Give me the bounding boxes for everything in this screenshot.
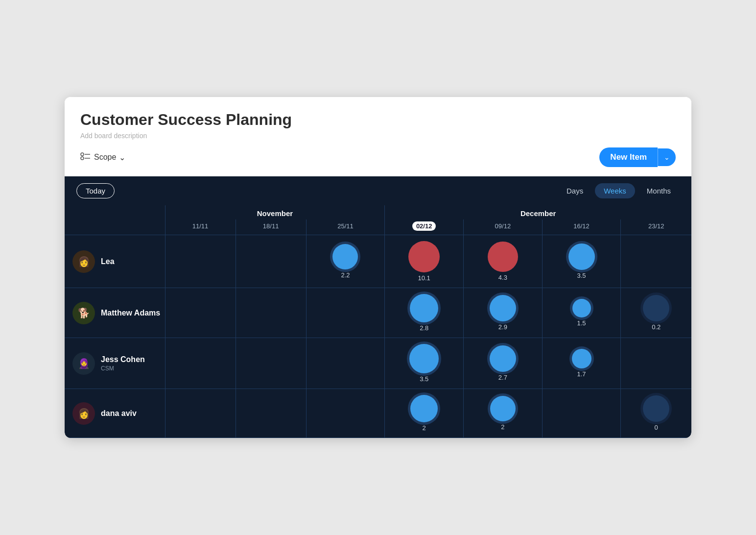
avatar-emoji: 👩 bbox=[78, 256, 90, 268]
date-0912: 09/12 bbox=[464, 219, 543, 235]
bubble-cell bbox=[236, 235, 306, 288]
bubble-wrap: 2.7 bbox=[468, 345, 538, 381]
date-1612: 16/12 bbox=[542, 219, 621, 235]
bubble-cell: 0 bbox=[621, 389, 691, 438]
person-name: Jess Cohen bbox=[101, 355, 145, 364]
bubble-label: 2.2 bbox=[341, 271, 350, 279]
person-cell: 🐕 Matthew Adams bbox=[65, 288, 165, 338]
bubble-wrap: 2 bbox=[389, 395, 459, 432]
december-header: December bbox=[385, 205, 691, 219]
view-toggles: Days Weeks Months bbox=[558, 183, 680, 198]
bubble-cell bbox=[306, 389, 385, 438]
bubble-cell: 2.7 bbox=[464, 338, 543, 389]
timeline-container: Today Days Weeks Months Nove bbox=[65, 176, 691, 438]
bubble-wrap: 2.8 bbox=[389, 294, 459, 332]
person-cell: 👩 Lea bbox=[65, 235, 165, 288]
avatar-emoji: 🧕 bbox=[78, 358, 90, 369]
view-weeks-button[interactable]: Weeks bbox=[595, 183, 635, 198]
scope-chevron-icon: ⌄ bbox=[119, 153, 125, 162]
bubble-cell bbox=[621, 338, 691, 389]
bubble-cell bbox=[306, 338, 385, 389]
page-title: Customer Success Planning bbox=[80, 111, 676, 129]
toolbar: Scope ⌄ New Item ⌄ bbox=[80, 147, 676, 167]
bubble-label: 3.5 bbox=[577, 272, 586, 279]
person-info: 🧕 Jess Cohen CSM bbox=[72, 352, 161, 375]
date-1811: 18/11 bbox=[236, 219, 306, 235]
bubble-cell bbox=[236, 389, 306, 438]
bubble-cell bbox=[306, 288, 385, 338]
bubble-cell bbox=[542, 389, 621, 438]
bubble bbox=[490, 295, 516, 321]
bubble-wrap: 3.5 bbox=[546, 243, 617, 279]
bubble-wrap: 2 bbox=[468, 396, 538, 431]
bubble-label: 2.9 bbox=[498, 323, 507, 331]
bubble-label: 2 bbox=[423, 424, 426, 432]
bubble bbox=[572, 299, 591, 317]
board-description[interactable]: Add board description bbox=[80, 132, 676, 140]
person-info: 👩 Lea bbox=[72, 250, 161, 273]
avatar: 🐕 bbox=[72, 302, 95, 324]
empty-header bbox=[65, 205, 165, 219]
person-info: 👩 dana aviv bbox=[72, 402, 161, 425]
month-row: November December bbox=[65, 205, 691, 219]
person-cell: 👩 dana aviv bbox=[65, 389, 165, 438]
person-role: CSM bbox=[101, 365, 145, 372]
scope-button[interactable]: Scope ⌄ bbox=[80, 152, 125, 163]
timeline-header-bar: Today Days Weeks Months bbox=[65, 176, 691, 205]
bubble-label: 0 bbox=[655, 424, 658, 431]
new-item-group: New Item ⌄ bbox=[599, 147, 676, 167]
bubble-cell: 10.1 bbox=[385, 235, 464, 288]
bubble-wrap: 0 bbox=[625, 395, 687, 431]
bubble-cell: 3.5 bbox=[542, 235, 621, 288]
date-2511: 25/11 bbox=[306, 219, 385, 235]
bubble-cell: 4.3 bbox=[464, 235, 543, 288]
bubble-wrap: 2.9 bbox=[468, 295, 538, 331]
bubble bbox=[572, 349, 591, 368]
bubble-label: 0.2 bbox=[652, 323, 661, 331]
bubble bbox=[332, 244, 358, 269]
bubble-wrap: 4.3 bbox=[468, 242, 538, 281]
november-header: November bbox=[165, 205, 385, 219]
scope-label: Scope bbox=[94, 153, 116, 162]
bubble-cell: 1.5 bbox=[542, 288, 621, 338]
bubble-label: 10.1 bbox=[418, 274, 430, 282]
person-cell: 🧕 Jess Cohen CSM bbox=[65, 338, 165, 389]
bubble-cell bbox=[165, 389, 236, 438]
bubble-wrap: 0.2 bbox=[625, 295, 687, 331]
date-0212: 02/12 bbox=[385, 219, 464, 235]
bubble-cell bbox=[165, 338, 236, 389]
bubble-label: 2 bbox=[501, 423, 504, 431]
bubble bbox=[410, 395, 438, 422]
person-row: 👩 Lea 2.2 10.1 bbox=[65, 235, 691, 288]
bubble-cell: 0.2 bbox=[621, 288, 691, 338]
avatar: 👩 bbox=[72, 402, 95, 425]
avatar-emoji: 🐕 bbox=[78, 307, 90, 319]
bubble-cell: 2 bbox=[464, 389, 543, 438]
new-item-dropdown-button[interactable]: ⌄ bbox=[658, 148, 676, 166]
bubble bbox=[410, 294, 438, 322]
bubble bbox=[409, 344, 439, 373]
bubble-wrap: 1.5 bbox=[546, 299, 617, 327]
person-row: 👩 dana aviv 2 2 bbox=[65, 389, 691, 438]
new-item-button[interactable]: New Item bbox=[599, 147, 658, 167]
bubble-cell: 2.9 bbox=[464, 288, 543, 338]
view-days-button[interactable]: Days bbox=[558, 183, 592, 198]
bubble bbox=[408, 241, 440, 272]
date-row: 11/11 18/11 25/11 02/12 09/12 16/12 23/1… bbox=[65, 219, 691, 235]
scope-icon bbox=[80, 152, 91, 163]
bubble bbox=[643, 295, 669, 321]
bubble-cell bbox=[621, 235, 691, 288]
bubble bbox=[490, 345, 516, 372]
person-row: 🧕 Jess Cohen CSM 3.5 2.7 bbox=[65, 338, 691, 389]
today-button[interactable]: Today bbox=[76, 183, 115, 198]
bubble-cell: 2 bbox=[385, 389, 464, 438]
person-row: 🐕 Matthew Adams 2.8 2.9 bbox=[65, 288, 691, 338]
bubble-label: 2.8 bbox=[420, 324, 428, 332]
header: Customer Success Planning Add board desc… bbox=[65, 97, 691, 176]
bubble bbox=[643, 395, 669, 422]
bubble-cell: 3.5 bbox=[385, 338, 464, 389]
view-months-button[interactable]: Months bbox=[638, 183, 680, 198]
bubble-wrap: 2.2 bbox=[310, 244, 381, 279]
app-container: Customer Success Planning Add board desc… bbox=[65, 97, 691, 438]
avatar-emoji: 👩 bbox=[78, 408, 90, 419]
